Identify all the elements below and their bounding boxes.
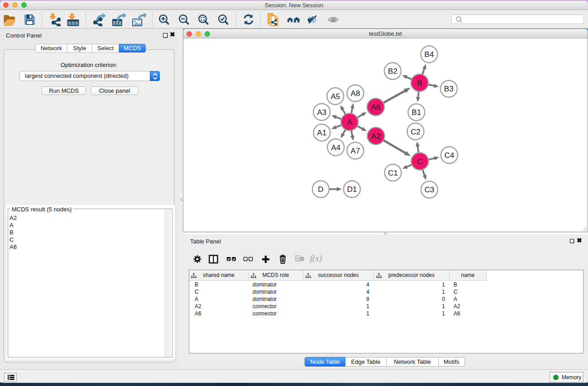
svg-text:B4: B4 [425,50,434,59]
svg-text:C2: C2 [411,128,421,136]
svg-text:B1: B1 [412,108,421,117]
svg-text:B2: B2 [388,67,397,76]
svg-text:B3: B3 [444,85,454,93]
svg-text:C: C [417,157,422,166]
svg-text:A5: A5 [330,92,340,101]
svg-text:A7: A7 [351,147,360,155]
svg-text:A2: A2 [371,132,381,141]
svg-text:C4: C4 [445,151,454,160]
svg-text:A3: A3 [317,108,326,117]
svg-text:A1: A1 [317,129,327,137]
svg-text:B: B [417,79,422,87]
svg-text:C3: C3 [425,186,435,194]
svg-text:D1: D1 [347,185,357,194]
svg-text:A4: A4 [331,143,340,152]
svg-text:C1: C1 [388,169,398,177]
svg-text:D: D [318,185,323,194]
svg-text:A: A [347,118,353,127]
svg-text:A6: A6 [371,103,381,112]
svg-text:A8: A8 [351,89,360,98]
